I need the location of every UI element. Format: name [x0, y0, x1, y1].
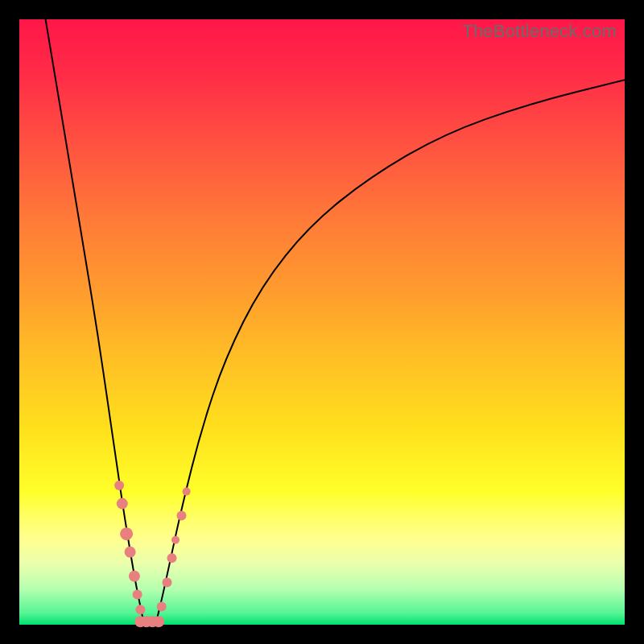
highlight-dot [157, 601, 167, 611]
bottleneck-curve [19, 19, 625, 625]
highlight-dot [120, 527, 133, 540]
marker-group [114, 481, 191, 627]
highlight-dot [129, 571, 140, 582]
highlight-dot [117, 498, 128, 510]
highlight-dot [171, 536, 180, 544]
highlight-dot [167, 553, 177, 563]
highlight-dot [125, 547, 136, 558]
highlight-dot [183, 488, 191, 496]
plot-area: TheBottleneck.com [19, 19, 625, 625]
highlight-dot [135, 605, 145, 614]
right-curve-branch [155, 80, 625, 625]
highlight-dot [163, 577, 172, 587]
highlight-dot [177, 511, 187, 521]
highlight-dot [133, 589, 142, 599]
highlight-dot [153, 616, 164, 627]
highlight-dot [114, 481, 124, 490]
